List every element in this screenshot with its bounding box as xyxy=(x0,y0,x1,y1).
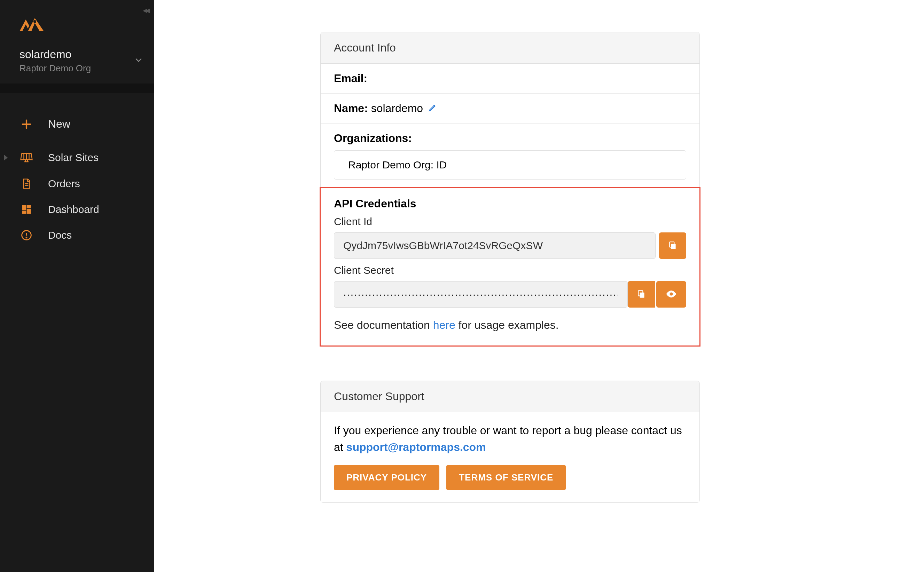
collapse-sidebar-icon[interactable]: ◂◂ xyxy=(143,5,148,16)
sidebar: ◂◂ solardemo Raptor Demo Org New xyxy=(0,0,154,572)
svg-marker-0 xyxy=(20,20,29,31)
svg-point-2 xyxy=(33,20,36,23)
new-button[interactable]: New xyxy=(0,107,154,145)
copy-icon xyxy=(637,289,646,300)
terms-of-service-button[interactable]: TERMS OF SERVICE xyxy=(446,465,566,490)
email-row: Email: xyxy=(321,64,700,93)
sidebar-orgname: Raptor Demo Org xyxy=(20,63,91,74)
sidebar-item-label: Dashboard xyxy=(48,204,99,215)
copy-client-secret-button[interactable] xyxy=(628,281,655,308)
account-info-card: Account Info Email: Name: solardemo Orga… xyxy=(320,32,700,346)
support-email-link[interactable]: support@raptormaps.com xyxy=(346,441,486,453)
document-icon xyxy=(20,178,33,189)
org-switcher[interactable]: solardemo Raptor Demo Org xyxy=(0,33,154,84)
plus-icon xyxy=(20,118,33,130)
copy-client-id-button[interactable] xyxy=(659,232,686,259)
sidebar-nav: New Solar Sites Orders Dashboard xyxy=(0,93,154,248)
sidebar-item-label: Solar Sites xyxy=(48,152,98,163)
orgs-label: Organizations: xyxy=(334,132,412,145)
svg-rect-3 xyxy=(22,205,26,210)
support-text: If you experience any trouble or want to… xyxy=(321,412,700,462)
dashboard-icon xyxy=(20,204,33,215)
client-secret-label: Client Secret xyxy=(334,264,686,276)
sidebar-item-label: Orders xyxy=(48,178,80,190)
sidebar-username: solardemo xyxy=(20,48,91,61)
solar-panel-icon xyxy=(20,151,33,164)
svg-point-14 xyxy=(670,292,673,295)
api-credentials-section: API Credentials Client Id Client Secret xyxy=(319,187,701,347)
client-id-input[interactable] xyxy=(334,232,656,259)
privacy-policy-button[interactable]: PRIVACY POLICY xyxy=(334,465,439,490)
reveal-client-secret-button[interactable] xyxy=(656,281,686,308)
main-content: Account Info Email: Name: solardemo Orga… xyxy=(154,0,924,572)
svg-marker-1 xyxy=(28,18,44,31)
customer-support-card: Customer Support If you experience any t… xyxy=(320,381,700,503)
app-logo xyxy=(0,0,154,33)
client-id-label: Client Id xyxy=(334,216,686,227)
copy-icon xyxy=(668,241,677,251)
name-value: solardemo xyxy=(371,102,423,115)
alert-circle-icon xyxy=(20,230,33,241)
customer-support-header: Customer Support xyxy=(321,381,700,412)
svg-rect-10 xyxy=(671,244,676,249)
name-label: Name: xyxy=(334,102,368,115)
api-credentials-title: API Credentials xyxy=(334,197,686,210)
new-label: New xyxy=(48,118,70,131)
edit-name-button[interactable] xyxy=(428,102,437,115)
email-label: Email: xyxy=(334,72,367,84)
doc-prefix: See documentation xyxy=(334,319,433,331)
eye-icon xyxy=(665,289,677,300)
name-row: Name: solardemo xyxy=(321,93,700,123)
chevron-down-icon xyxy=(134,55,143,67)
api-doc-link[interactable]: here xyxy=(433,319,455,331)
sidebar-item-docs[interactable]: Docs xyxy=(0,222,154,248)
sidebar-item-label: Docs xyxy=(48,229,72,241)
sidebar-item-dashboard[interactable]: Dashboard xyxy=(0,197,154,222)
sidebar-item-orders[interactable]: Orders xyxy=(0,171,154,197)
api-doc-line: See documentation here for usage example… xyxy=(334,319,686,331)
svg-rect-4 xyxy=(27,205,31,208)
svg-rect-5 xyxy=(27,209,31,214)
sidebar-item-solar-sites[interactable]: Solar Sites xyxy=(0,145,154,171)
doc-suffix: for usage examples. xyxy=(455,319,559,331)
orgs-row: Organizations: Raptor Demo Org: ID xyxy=(321,123,700,188)
org-entry: Raptor Demo Org: ID xyxy=(334,150,686,180)
svg-point-9 xyxy=(26,237,27,238)
svg-rect-6 xyxy=(22,211,26,214)
client-secret-input[interactable] xyxy=(334,281,628,308)
account-info-header: Account Info xyxy=(321,33,700,64)
svg-rect-12 xyxy=(640,292,644,297)
